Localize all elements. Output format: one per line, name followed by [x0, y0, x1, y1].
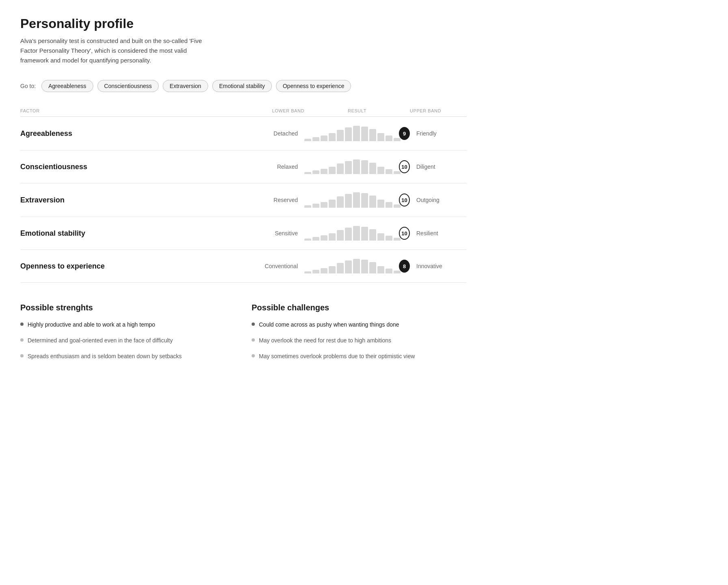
- bar-2-3: [329, 200, 336, 208]
- bar-1-8: [369, 163, 376, 174]
- factor-lower-3: Sensitive: [134, 230, 304, 237]
- challenges-section: Possible challenges Could come across as…: [252, 303, 467, 361]
- bar-3-11: [394, 238, 401, 241]
- bars-wrap-0: [304, 126, 401, 141]
- bar-3-8: [369, 229, 376, 241]
- bar-1-5: [345, 161, 352, 174]
- bar-1-4: [337, 163, 344, 174]
- bars-wrap-1: [304, 159, 401, 174]
- goto-btn-extraversion[interactable]: Extraversion: [163, 80, 208, 92]
- bar-1-1: [312, 170, 319, 174]
- bar-2-5: [345, 194, 352, 208]
- factor-name-3: Emotional stability: [20, 229, 134, 238]
- bar-2-11: [394, 204, 401, 208]
- bar-2-0: [304, 205, 311, 208]
- bar-4-9: [377, 266, 384, 273]
- challenge-text-1: May overlook the need for rest due to hi…: [259, 336, 391, 345]
- strength-dot-0: [20, 323, 24, 326]
- bars-wrap-3: [304, 226, 401, 241]
- bar-4-2: [321, 268, 327, 273]
- goto-label: Go to:: [20, 83, 36, 89]
- score-badge-2: 10: [399, 194, 410, 206]
- factor-lower-2: Reserved: [134, 197, 304, 203]
- bar-2-10: [386, 202, 392, 208]
- bar-3-3: [329, 233, 336, 241]
- factor-name-4: Openness to experience: [20, 262, 134, 271]
- goto-btn-agreeableness[interactable]: Agreeableness: [41, 80, 93, 92]
- bar-0-7: [361, 127, 368, 141]
- factor-lower-0: Detached: [134, 130, 304, 137]
- strength-item-0: Highly productive and able to work at a …: [20, 320, 235, 329]
- bar-0-9: [377, 133, 384, 141]
- strength-item-1: Determined and goal-oriented even in the…: [20, 336, 235, 345]
- bar-0-1: [312, 137, 319, 141]
- bar-2-1: [312, 204, 319, 208]
- goto-btn-emotional-stability[interactable]: Emotional stability: [212, 80, 272, 92]
- strengths-list: Highly productive and able to work at a …: [20, 320, 235, 361]
- bar-2-4: [337, 196, 344, 208]
- bar-3-10: [386, 236, 392, 241]
- bar-3-9: [377, 233, 384, 241]
- factor-chart-1: 10: [304, 159, 410, 174]
- bar-2-9: [377, 200, 384, 208]
- challenges-title: Possible challenges: [252, 303, 467, 312]
- bar-4-1: [312, 270, 319, 273]
- bar-4-6: [353, 259, 360, 273]
- bar-1-0: [304, 172, 311, 174]
- strength-text-2: Spreads enthusiasm and is seldom beaten …: [28, 352, 182, 361]
- strengths-section: Possible strenghts Highly productive and…: [20, 303, 235, 361]
- goto-btn-openness[interactable]: Openness to experience: [276, 80, 351, 92]
- strength-text-1: Determined and goal-oriented even in the…: [28, 336, 173, 345]
- strengths-title: Possible strenghts: [20, 303, 235, 312]
- bar-0-0: [304, 139, 311, 141]
- challenge-item-2: May sometimes overlook problems due to t…: [252, 352, 467, 361]
- factor-upper-2: Outgoing: [410, 197, 467, 203]
- score-badge-1: 10: [399, 160, 410, 173]
- page-title: Personality profile: [20, 16, 467, 31]
- bar-3-5: [345, 228, 352, 241]
- bar-0-4: [337, 130, 344, 141]
- factor-chart-2: 10: [304, 192, 410, 208]
- col-header-factor: FACTOR: [20, 108, 134, 113]
- strength-dot-1: [20, 338, 24, 342]
- challenge-dot-2: [252, 354, 255, 357]
- score-badge-0: 9: [399, 127, 410, 140]
- bar-4-11: [394, 271, 401, 273]
- goto-btn-conscientiousness[interactable]: Conscientiousness: [97, 80, 159, 92]
- goto-row: Go to: Agreeableness Conscientiousness E…: [20, 80, 467, 92]
- bar-3-7: [361, 227, 368, 241]
- factor-row-1: ConscientiousnessRelaxed10Diligent: [20, 151, 467, 183]
- challenge-dot-1: [252, 338, 255, 342]
- bar-2-7: [361, 193, 368, 208]
- bar-4-4: [337, 263, 344, 273]
- bar-3-4: [337, 230, 344, 241]
- bar-0-2: [321, 135, 327, 141]
- bar-4-7: [361, 260, 368, 273]
- challenge-item-1: May overlook the need for rest due to hi…: [252, 336, 467, 345]
- bar-0-5: [345, 127, 352, 141]
- factor-lower-4: Conventional: [134, 263, 304, 269]
- bar-4-3: [329, 266, 336, 273]
- factor-row-2: ExtraversionReserved10Outgoing: [20, 183, 467, 217]
- bar-0-10: [386, 135, 392, 141]
- bar-1-9: [377, 167, 384, 174]
- factor-chart-3: 10: [304, 226, 410, 241]
- score-badge-3: 10: [399, 227, 410, 240]
- bar-4-8: [369, 262, 376, 273]
- factor-lower-1: Relaxed: [134, 163, 304, 170]
- bar-1-3: [329, 167, 336, 174]
- factor-upper-1: Diligent: [410, 163, 467, 170]
- col-header-lower: LOWER BAND: [134, 108, 304, 113]
- challenge-text-2: May sometimes overlook problems due to t…: [259, 352, 415, 361]
- challenge-text-0: Could come across as pushy when wanting …: [259, 320, 399, 329]
- factor-row-4: Openness to experienceConventional8Innov…: [20, 250, 467, 283]
- factor-upper-3: Resilient: [410, 230, 467, 237]
- bar-0-3: [329, 133, 336, 141]
- bar-1-2: [321, 169, 327, 174]
- bar-4-5: [345, 260, 352, 273]
- bar-2-6: [353, 192, 360, 208]
- challenge-item-0: Could come across as pushy when wanting …: [252, 320, 467, 329]
- factor-name-0: Agreeableness: [20, 129, 134, 138]
- factor-row-3: Emotional stabilitySensitive10Resilient: [20, 217, 467, 250]
- factor-name-1: Conscientiousness: [20, 163, 134, 171]
